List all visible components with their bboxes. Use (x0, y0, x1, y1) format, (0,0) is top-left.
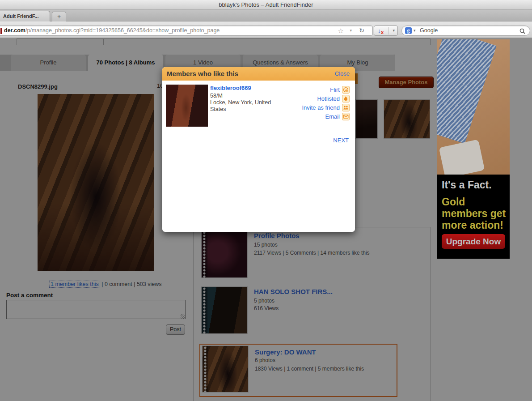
url-bar[interactable]: der.com/p/manage_photos.cgi?mid=19432565… (0, 26, 373, 36)
modal-backdrop (437, 39, 510, 259)
modal-header: Members who like this Close (162, 67, 355, 81)
modal-backdrop (510, 38, 532, 401)
envelope-icon[interactable] (342, 113, 350, 120)
screen: bblayk's Photos – Adult FriendFinder Adu… (0, 0, 532, 401)
url-path: /p/manage_photos.cgi?mid=194325656_66245… (25, 27, 220, 34)
search-placeholder: Google (420, 26, 438, 35)
download-blocked-x-icon: x (381, 29, 384, 35)
flirt-link[interactable]: Flirt (330, 86, 340, 93)
member-actions: Flirt Hotlisted Invite as friend Email (302, 85, 350, 121)
window-titlebar: bblayk's Photos – Adult FriendFinder (0, 0, 532, 10)
email-action[interactable]: Email (302, 112, 350, 121)
email-link[interactable]: Email (325, 113, 340, 120)
hotlist-action[interactable]: Hotlisted (302, 94, 350, 103)
member-location: Locke, New York, United States (210, 99, 277, 113)
search-input[interactable]: g ▾ Google (401, 26, 530, 36)
modal-backdrop (437, 259, 510, 401)
new-tab-button[interactable]: + (52, 12, 66, 21)
nav-toolbar: der.com/p/manage_photos.cgi?mid=19432565… (0, 21, 532, 38)
reload-icon[interactable]: ↻ (359, 26, 364, 35)
browser-tab-bar: Adult FriendF... + (0, 10, 532, 21)
download-button[interactable]: ↓ x ▾ (374, 26, 398, 36)
site-favicon-icon (0, 28, 2, 34)
invite-as-friend-link[interactable]: Invite as friend (302, 104, 340, 111)
search-engine-dropdown-icon[interactable]: ▾ (414, 26, 416, 35)
friends-icon[interactable] (342, 104, 350, 111)
browser-tab-title: Adult FriendF... (3, 13, 38, 19)
member-username-link[interactable]: flexibleroof669 (210, 85, 277, 91)
hotlisted-link[interactable]: Hotlisted (317, 95, 340, 102)
search-magnifier-icon[interactable] (519, 28, 525, 34)
flirt-action[interactable]: Flirt (302, 85, 350, 94)
bookmark-star-icon[interactable]: ☆ (338, 26, 344, 35)
window-title: bblayk's Photos – Adult FriendFinder (219, 1, 313, 8)
member-photo[interactable] (166, 85, 208, 127)
url-dropdown-icon[interactable]: ▾ (350, 26, 352, 35)
flame-icon[interactable] (342, 95, 350, 102)
url-domain: der.com (4, 27, 25, 34)
invite-friend-action[interactable]: Invite as friend (302, 103, 350, 112)
download-dropdown-icon[interactable]: ▾ (393, 26, 395, 35)
close-link[interactable]: Close (335, 67, 350, 81)
plus-icon: + (57, 13, 61, 20)
member-info: flexibleroof669 58/M Locke, New York, Un… (210, 85, 277, 113)
next-link[interactable]: NEXT (333, 137, 349, 144)
browser-tab[interactable]: Adult FriendF... (0, 11, 50, 21)
download-arrow-icon: ↓ (378, 26, 381, 35)
google-logo-icon: g (405, 27, 412, 34)
modal-title: Members who like this (167, 67, 238, 81)
flirt-smiley-icon[interactable] (342, 86, 350, 94)
member-age-sex: 58/M (210, 93, 277, 99)
divider (388, 27, 388, 34)
members-who-like-this-modal: Members who like this Close flexibleroof… (162, 67, 355, 232)
